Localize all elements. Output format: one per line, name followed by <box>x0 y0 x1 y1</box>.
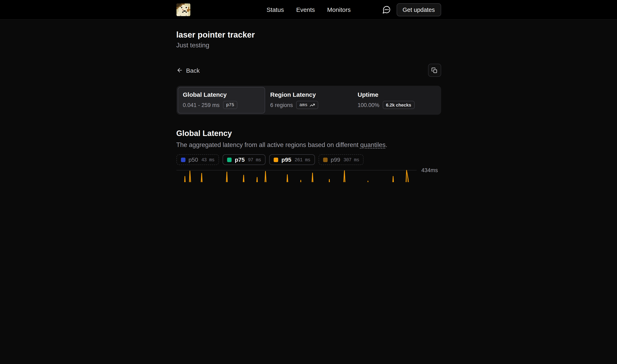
arrow-left-icon <box>176 67 183 74</box>
section-description: The aggregated latency from all active r… <box>176 141 441 149</box>
p75-swatch <box>227 157 232 162</box>
legend-chip-p50[interactable]: p50 43 ms <box>176 154 219 165</box>
nav-link-events[interactable]: Events <box>296 6 315 13</box>
toolbar: Back <box>176 64 441 77</box>
p95-swatch <box>274 157 278 162</box>
legend-chip-p75[interactable]: p75 97 ms <box>223 154 265 165</box>
logo-image <box>176 3 190 16</box>
latency-chart-svg[interactable] <box>176 167 452 182</box>
feedback-button[interactable] <box>382 5 391 14</box>
tab-title: Uptime <box>358 91 434 98</box>
top-nav: Status Events Monitors Get updates <box>0 0 617 20</box>
region-badge: ams <box>296 101 318 109</box>
trending-up-icon <box>310 102 315 108</box>
p95-line <box>176 170 416 182</box>
page: Status Events Monitors Get updates laser… <box>0 0 617 182</box>
legend-chip-p95[interactable]: p95 261 ms <box>269 154 315 165</box>
p99-swatch <box>323 157 328 162</box>
page-header: laser pointer tracker Just testing <box>176 29 441 50</box>
get-updates-button[interactable]: Get updates <box>396 3 441 16</box>
tab-value: 0.041 - 259 ms <box>183 102 220 108</box>
p50-swatch <box>181 157 185 162</box>
checks-badge: 6.2k checks <box>383 101 415 109</box>
quantile-badge: p75 <box>223 101 237 109</box>
p95-area <box>176 170 416 182</box>
tab-title: Region Latency <box>270 91 347 98</box>
page-subtitle: Just testing <box>176 41 441 50</box>
main-content: laser pointer tracker Just testing Back … <box>176 29 441 182</box>
nav-link-status[interactable]: Status <box>266 6 284 13</box>
back-label: Back <box>186 67 200 74</box>
tab-value: 6 regions <box>270 102 293 108</box>
section-title: Global Latency <box>176 129 441 138</box>
metric-tabs: Global Latency 0.041 - 259 ms p75 Region… <box>176 86 441 115</box>
copy-link-button[interactable] <box>428 64 441 77</box>
y-axis-label: 434ms <box>421 167 438 173</box>
back-link[interactable]: Back <box>176 67 200 74</box>
chart-legend: p50 43 ms p75 97 ms p95 261 ms p99 307 m… <box>176 154 441 165</box>
quantiles-link[interactable]: quantiles <box>360 141 386 148</box>
logo[interactable] <box>176 3 190 16</box>
tab-title: Global Latency <box>183 91 260 98</box>
nav-actions: Get updates <box>382 3 441 16</box>
chat-icon <box>382 5 391 14</box>
nav-link-monitors[interactable]: Monitors <box>327 6 351 13</box>
legend-chip-p99[interactable]: p99 307 ms <box>318 154 364 165</box>
nav-links: Status Events Monitors <box>266 6 351 13</box>
tab-global-latency[interactable]: Global Latency 0.041 - 259 ms p75 <box>177 87 265 114</box>
latency-chart[interactable]: 434ms150ms0msNov 16 at 2:30 AM GMT+1Nov … <box>176 167 452 182</box>
page-title: laser pointer tracker <box>176 29 441 40</box>
tab-value: 100.00% <box>358 102 380 108</box>
tab-region-latency[interactable]: Region Latency 6 regions ams <box>265 87 352 114</box>
tab-uptime[interactable]: Uptime 100.00% 6.2k checks <box>352 87 440 114</box>
copy-icon <box>431 67 437 73</box>
